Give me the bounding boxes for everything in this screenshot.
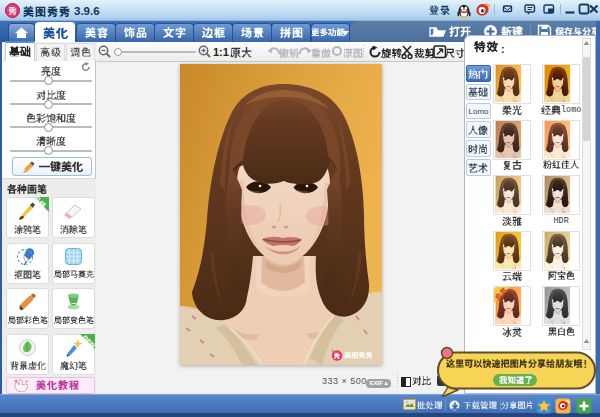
svg-text:!: ! [584,359,587,370]
